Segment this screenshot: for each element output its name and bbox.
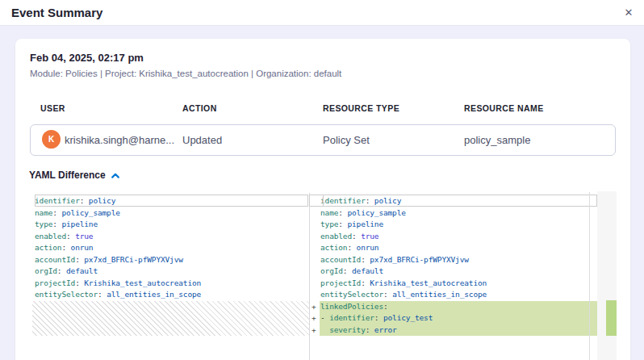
code-line: +linkedPolicies: — [310, 301, 597, 313]
yaml-difference-label: YAML Difference — [29, 170, 106, 181]
current-line-border-sash — [309, 195, 324, 207]
diff-overview-ruler[interactable] — [597, 191, 617, 360]
row-user: krishika.singh@harne... — [65, 134, 174, 146]
row-action: Updated — [182, 134, 222, 146]
code-line: name: policy_sample — [310, 207, 597, 220]
row-resource-type: Policy Set — [323, 134, 370, 146]
diff-removed-placeholder-hatch — [32, 301, 309, 337]
code-line: action: onrun — [310, 242, 597, 254]
dialog-title: Event Summary — [11, 6, 102, 19]
code-line: + severity: error — [310, 324, 597, 337]
diff-splitter[interactable] — [309, 193, 310, 360]
code-line: orgId: default — [16, 266, 309, 278]
code-line: entitySelector: all_entities_in_scope — [16, 289, 309, 301]
column-header-resource-name: RESOURCE NAME — [464, 103, 544, 113]
code-line: action: onrun — [16, 242, 309, 254]
event-meta: Module: Policies | Project: Krishika_tes… — [30, 69, 341, 78]
close-icon[interactable]: ✕ — [620, 4, 638, 22]
diff-add-marker-icon: + — [312, 312, 316, 324]
code-line: type: pipeline — [310, 219, 597, 231]
diff-add-marker-icon: + — [312, 324, 316, 337]
code-line: enabled: true — [310, 231, 597, 243]
code-line: name: policy_sample — [16, 207, 309, 220]
event-summary-dialog: Event Summary ✕ Feb 04, 2025, 02:17 pm M… — [0, 0, 644, 360]
event-timestamp: Feb 04, 2025, 02:17 pm — [30, 52, 144, 64]
code-line: orgId: default — [310, 266, 597, 278]
column-header-action: ACTION — [182, 103, 217, 113]
code-line: enabled: true — [16, 231, 309, 243]
current-line-border-right — [323, 195, 597, 207]
diff-right-boundary-line — [589, 192, 590, 360]
current-line-border-left — [35, 195, 308, 207]
code-line: projectId: Krishika_test_autocreation — [16, 278, 309, 290]
code-line: projectId: Krishika_test_autocreation — [310, 278, 597, 290]
dialog-header: Event Summary ✕ — [0, 0, 644, 26]
row-resource-name: policy_sample — [464, 134, 530, 146]
code-line: accountId: px7xd_BFRCi-pfWPYXVjvw — [310, 254, 597, 266]
chevron-up-icon — [111, 172, 120, 179]
avatar: K — [42, 130, 61, 149]
diff-add-marker-icon: + — [312, 301, 316, 313]
column-header-user: USER — [40, 103, 65, 113]
code-line: entitySelector: all_entities_in_scope — [310, 289, 597, 301]
column-header-resource-type: RESOURCE TYPE — [323, 103, 399, 113]
code-line: accountId: px7xd_BFRCi-pfWPYXVjvw — [16, 254, 309, 266]
yaml-difference-toggle[interactable]: YAML Difference — [29, 170, 120, 181]
code-line: +- identifier: policy_test — [310, 312, 597, 324]
code-line: type: pipeline — [16, 219, 309, 231]
diff-overview-added-marker — [606, 300, 617, 336]
